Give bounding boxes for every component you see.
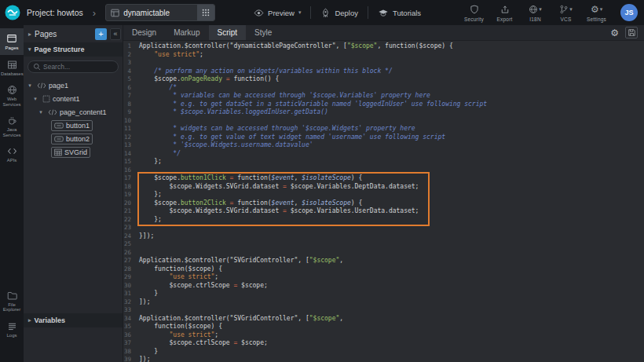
topbar-settings-button[interactable]: ⚙▾Settings bbox=[582, 4, 611, 22]
code-text: } bbox=[136, 348, 158, 357]
code-text: $scope.onPageReady = function() { bbox=[136, 75, 279, 84]
grid-icon bbox=[54, 148, 62, 156]
rail-item-label: Logs bbox=[6, 333, 16, 338]
rail-item-java-services[interactable]: Java Services bbox=[0, 111, 24, 141]
collapse-panel-button[interactable]: « bbox=[110, 28, 121, 40]
tab-style[interactable]: Style bbox=[246, 25, 280, 40]
topbar-right-actions: SecurityExport▾I18N▾VCS⚙▾Settings bbox=[459, 4, 611, 22]
code-line: 12 * e.g. to get value of text widget na… bbox=[123, 133, 644, 142]
code-text: "use strict"; bbox=[136, 51, 203, 60]
topbar-vcs-button[interactable]: ▾VCS bbox=[551, 4, 580, 22]
topbar-i18n-button[interactable]: ▾I18N bbox=[521, 4, 550, 22]
line-number: 3 bbox=[123, 59, 136, 68]
add-page-button[interactable]: + bbox=[95, 28, 107, 40]
pages-icon bbox=[6, 33, 17, 44]
line-number: 35 bbox=[123, 323, 136, 331]
tab-markup[interactable]: Markup bbox=[165, 25, 208, 40]
variables-header[interactable]: ▸ Variables bbox=[24, 313, 123, 327]
tree-item-button2[interactable]: button2 bbox=[24, 132, 123, 145]
code-text: }; bbox=[136, 191, 162, 199]
code-line: 24}]); bbox=[123, 232, 644, 241]
code-text: Application.$controller("dynamictablePag… bbox=[136, 42, 453, 51]
topbar-tutorials-button[interactable]: Tutorials bbox=[378, 8, 421, 18]
topbar-preview-button[interactable]: Preview▾ bbox=[254, 8, 301, 18]
shield-icon bbox=[470, 5, 479, 14]
code-text bbox=[136, 117, 139, 126]
line-number: 28 bbox=[123, 265, 136, 274]
expander-icon[interactable]: ▾ bbox=[32, 96, 38, 102]
line-number: 30 bbox=[123, 282, 136, 291]
page-selector-value: dynamictable bbox=[123, 9, 197, 17]
tree-item-button1[interactable]: button1 bbox=[24, 119, 123, 132]
expander-icon[interactable]: ▾ bbox=[38, 109, 44, 115]
code-text: }]); bbox=[136, 232, 154, 241]
code-line: 14 */ bbox=[123, 150, 644, 159]
tree-item-svgrid[interactable]: SVGrid bbox=[24, 145, 123, 159]
globe-icon bbox=[529, 5, 538, 14]
code-line: 23 bbox=[123, 224, 644, 232]
file-explorer-icon bbox=[7, 291, 17, 301]
user-avatar[interactable]: JS bbox=[620, 4, 638, 21]
code-line: 39]); bbox=[123, 356, 644, 362]
line-number: 14 bbox=[123, 150, 136, 159]
rail-item-apis[interactable]: APIs bbox=[0, 141, 24, 167]
topbar-action-label: Export bbox=[497, 16, 513, 22]
tab-script[interactable]: Script bbox=[209, 25, 247, 40]
rail-item-logs[interactable]: Logs bbox=[0, 316, 24, 342]
line-number: 34 bbox=[123, 315, 136, 324]
api-icon bbox=[7, 146, 17, 156]
script-settings-gear-icon[interactable]: ⚙ bbox=[610, 28, 619, 38]
code-text bbox=[136, 166, 139, 175]
code-line: 34Application.$controller("SVGridControl… bbox=[123, 315, 644, 324]
tree-item-label: page1 bbox=[49, 82, 68, 90]
topbar-security-button[interactable]: Security bbox=[459, 4, 488, 22]
caret-down-icon: ▾ bbox=[539, 6, 542, 13]
export-icon bbox=[500, 5, 510, 14]
grid-menu-icon[interactable] bbox=[197, 4, 214, 21]
tree-item-page_content1[interactable]: ▾page_content1 bbox=[24, 105, 123, 119]
rail-item-web-services[interactable]: Web Services bbox=[0, 80, 24, 111]
tree-item-page1[interactable]: ▾page1 bbox=[24, 79, 123, 92]
button-icon bbox=[54, 122, 64, 129]
page-selector[interactable]: dynamictable bbox=[105, 4, 215, 21]
tree-item-label: page_content1 bbox=[60, 108, 107, 116]
rail-item-file-explorer[interactable]: File Explorer bbox=[0, 286, 24, 316]
topbar-export-button[interactable]: Export bbox=[490, 4, 519, 22]
code-text: Application.$controller("SVGridControlle… bbox=[136, 257, 343, 265]
rail-item-label: Java Services bbox=[1, 127, 23, 137]
save-button[interactable] bbox=[625, 27, 638, 38]
rail-item-databases[interactable]: Databases bbox=[0, 55, 24, 81]
topbar-action-label: I18N bbox=[529, 16, 541, 22]
code-text: }; bbox=[136, 158, 162, 166]
topbar-deploy-button[interactable]: Deploy bbox=[320, 8, 358, 18]
rail-item-pages[interactable]: Pages bbox=[0, 28, 24, 55]
line-number: 37 bbox=[123, 339, 136, 348]
editor-tools: ⚙ bbox=[610, 25, 644, 40]
code-text: * widgets can be accessed through '$scop… bbox=[136, 125, 415, 133]
topbar-action-label: Preview bbox=[268, 9, 295, 17]
code-line: 36 "use strict"; bbox=[123, 331, 644, 340]
code-icon bbox=[48, 109, 57, 115]
search-input[interactable] bbox=[43, 63, 113, 71]
line-number: 20 bbox=[123, 199, 136, 208]
widget-tree: ▾page1▾content1▾page_content1button1butt… bbox=[24, 77, 123, 313]
tree-item-content1[interactable]: ▾content1 bbox=[24, 92, 123, 105]
code-line: 32]); bbox=[123, 298, 644, 307]
code-line: 9 * $scope.Variables.loggedInUser.getDat… bbox=[123, 108, 644, 117]
wavemaker-logo[interactable] bbox=[5, 5, 20, 20]
page-structure-header[interactable]: ▾ Page Structure bbox=[24, 42, 123, 57]
line-number: 7 bbox=[123, 92, 136, 101]
tree-item-content: SVGrid bbox=[51, 147, 90, 158]
tab-design[interactable]: Design bbox=[123, 25, 165, 40]
code-editor[interactable]: 1Application.$controller("dynamictablePa… bbox=[123, 41, 644, 362]
code-text: /* perform any action on widgets/variabl… bbox=[136, 68, 393, 76]
line-number: 11 bbox=[123, 125, 136, 133]
topbar-action-label: Tutorials bbox=[393, 9, 421, 17]
line-number: 27 bbox=[123, 257, 136, 265]
panel-filler bbox=[24, 327, 123, 362]
code-text bbox=[136, 249, 139, 258]
code-line: 13 * '$scope.Widgets.username.datavalue' bbox=[123, 141, 644, 150]
rail-item-label: Web Services bbox=[1, 97, 23, 107]
topbar-action-label: Settings bbox=[587, 16, 606, 22]
expander-icon[interactable]: ▾ bbox=[27, 82, 33, 89]
